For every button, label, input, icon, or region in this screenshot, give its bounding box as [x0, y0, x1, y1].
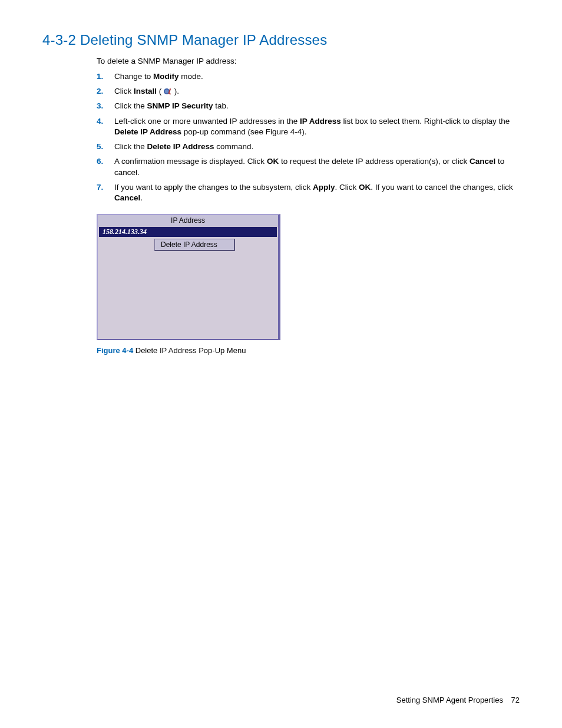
step-text: A confirmation message is displayed. Cli…	[114, 157, 504, 176]
step-text: Click the Delete IP Address command.	[114, 142, 253, 151]
footer-section: Setting SNMP Agent Properties	[396, 696, 503, 704]
ip-address-dialog: IP Address 158.214.133.34 Delete IP Addr…	[97, 214, 280, 340]
step-6: 6. A confirmation message is displayed. …	[97, 156, 520, 177]
step-number: 6.	[97, 156, 103, 167]
footer-page-number: 72	[511, 696, 520, 704]
figure-label: Figure 4-4	[97, 346, 133, 355]
step-2: 2. Click Install ( ).	[97, 86, 520, 97]
figure-caption: Figure 4-4 Delete IP Address Pop-Up Menu	[97, 346, 520, 355]
steps-list: 1. Change to Modify mode. 2. Click Insta…	[97, 71, 520, 203]
step-4: 4. Left-click one or more unwanted IP ad…	[97, 116, 520, 137]
step-number: 5.	[97, 141, 103, 152]
step-5: 5. Click the Delete IP Address command.	[97, 141, 520, 152]
page-footer: Setting SNMP Agent Properties 72	[396, 696, 520, 704]
ip-row-selected[interactable]: 158.214.133.34	[99, 227, 277, 237]
dialog-header: IP Address	[98, 215, 278, 226]
step-number: 7.	[97, 182, 103, 193]
install-icon	[164, 87, 172, 95]
step-text: Change to Modify mode.	[114, 72, 203, 81]
figure-caption-text: Delete IP Address Pop-Up Menu	[133, 346, 246, 355]
step-number: 3.	[97, 101, 103, 111]
step-text: Click Install ( ).	[114, 87, 179, 95]
step-7: 7. If you want to apply the changes to t…	[97, 182, 520, 203]
figure: IP Address 158.214.133.34 Delete IP Addr…	[97, 214, 520, 355]
svg-point-1	[165, 89, 168, 93]
step-number: 4.	[97, 116, 103, 127]
intro-text: To delete a SNMP Manager IP address:	[97, 57, 520, 65]
context-menu-delete-ip[interactable]: Delete IP Address	[154, 239, 235, 251]
svg-rect-3	[168, 93, 171, 94]
step-3: 3. Click the SNMP IP Security tab.	[97, 101, 520, 111]
step-number: 2.	[97, 86, 103, 97]
step-number: 1.	[97, 71, 103, 82]
step-text: Click the SNMP IP Security tab.	[114, 101, 229, 110]
step-text: Left-click one or more unwanted IP addre…	[114, 117, 510, 136]
step-1: 1. Change to Modify mode.	[97, 71, 520, 82]
step-text: If you want to apply the changes to the …	[114, 183, 513, 202]
section-heading: 4-3-2 Deleting SNMP Manager IP Addresses	[42, 32, 520, 48]
